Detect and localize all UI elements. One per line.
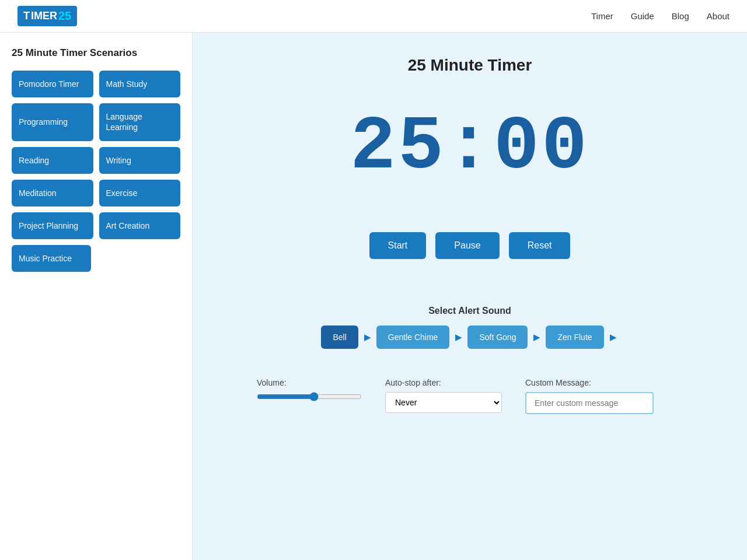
- auto-stop-select[interactable]: Never1 repeat2 repeats3 repeats5 repeats: [385, 392, 502, 413]
- scenario-btn-9[interactable]: Art Creation: [99, 212, 181, 239]
- main-nav: Timer Guide Blog About: [591, 11, 729, 21]
- scenario-btn-1[interactable]: Math Study: [99, 71, 181, 97]
- scenario-btn-2[interactable]: Programming: [12, 103, 93, 141]
- logo-num-text: 25: [58, 9, 71, 23]
- nav-timer[interactable]: Timer: [591, 11, 613, 21]
- sidebar-title: 25 Minute Timer Scenarios: [12, 47, 180, 59]
- volume-slider[interactable]: [257, 392, 362, 401]
- sound-options: Bell▶Gentle Chime▶Soft Gong▶Zen Flute▶: [266, 326, 674, 349]
- main-content: 25 Minute Timer 25:00 Start Pause Reset …: [193, 33, 747, 560]
- sidebar: 25 Minute Timer Scenarios Pomodoro Timer…: [0, 33, 193, 560]
- play-icon-0[interactable]: ▶: [362, 332, 373, 342]
- pause-button[interactable]: Pause: [435, 232, 499, 259]
- scenario-btn-8[interactable]: Project Planning: [12, 212, 93, 239]
- scenario-btn-7[interactable]: Exercise: [99, 180, 181, 206]
- timer-controls: Start Pause Reset: [369, 232, 571, 259]
- sound-btn-0[interactable]: Bell: [321, 326, 358, 349]
- logo-box: T IMER 25: [18, 6, 77, 26]
- custom-message-input[interactable]: [525, 392, 654, 414]
- start-button[interactable]: Start: [369, 232, 427, 259]
- custom-message-group: Custom Message:: [525, 378, 654, 414]
- main-layout: 25 Minute Timer Scenarios Pomodoro Timer…: [0, 33, 747, 560]
- auto-stop-label: Auto-stop after:: [385, 378, 502, 387]
- volume-label: Volume:: [257, 378, 362, 387]
- nav-about[interactable]: About: [707, 11, 729, 21]
- play-icon-3[interactable]: ▶: [608, 332, 619, 342]
- auto-stop-group: Auto-stop after: Never1 repeat2 repeats3…: [385, 378, 502, 413]
- scenario-btn-4[interactable]: Reading: [12, 147, 93, 174]
- alert-section: Select Alert Sound Bell▶Gentle Chime▶Sof…: [266, 306, 674, 349]
- logo-t-icon: T: [23, 10, 30, 22]
- scenario-btn-3[interactable]: Language Learning: [99, 103, 181, 141]
- scenario-btn-10[interactable]: Music Practice: [12, 245, 91, 272]
- nav-guide[interactable]: Guide: [631, 11, 654, 21]
- scenario-btn-6[interactable]: Meditation: [12, 180, 93, 206]
- timer-title: 25 Minute Timer: [408, 56, 532, 75]
- sound-btn-3[interactable]: Zen Flute: [546, 326, 603, 349]
- alert-sound-label: Select Alert Sound: [266, 306, 674, 316]
- scenario-btn-5[interactable]: Writing: [99, 147, 181, 174]
- logo[interactable]: T IMER 25: [18, 6, 77, 26]
- timer-minutes: 25: [350, 104, 446, 190]
- play-icon-1[interactable]: ▶: [453, 332, 464, 342]
- timer-display: 25:00: [350, 110, 589, 186]
- play-icon-2[interactable]: ▶: [531, 332, 542, 342]
- header: T IMER 25 Timer Guide Blog About: [0, 0, 747, 33]
- scenario-btn-0[interactable]: Pomodoro Timer: [12, 71, 93, 97]
- volume-group: Volume:: [257, 378, 362, 401]
- bottom-controls: Volume: Auto-stop after: Never1 repeat2 …: [251, 378, 689, 414]
- scenario-grid: Pomodoro TimerMath StudyProgrammingLangu…: [12, 71, 180, 272]
- reset-button[interactable]: Reset: [509, 232, 571, 259]
- timer-seconds: 00: [494, 104, 589, 190]
- nav-blog[interactable]: Blog: [672, 11, 689, 21]
- sound-btn-2[interactable]: Soft Gong: [467, 326, 528, 349]
- logo-imer-text: IMER: [31, 10, 57, 22]
- sound-btn-1[interactable]: Gentle Chime: [376, 326, 450, 349]
- timer-colon: :: [446, 104, 494, 190]
- custom-message-label: Custom Message:: [525, 378, 654, 387]
